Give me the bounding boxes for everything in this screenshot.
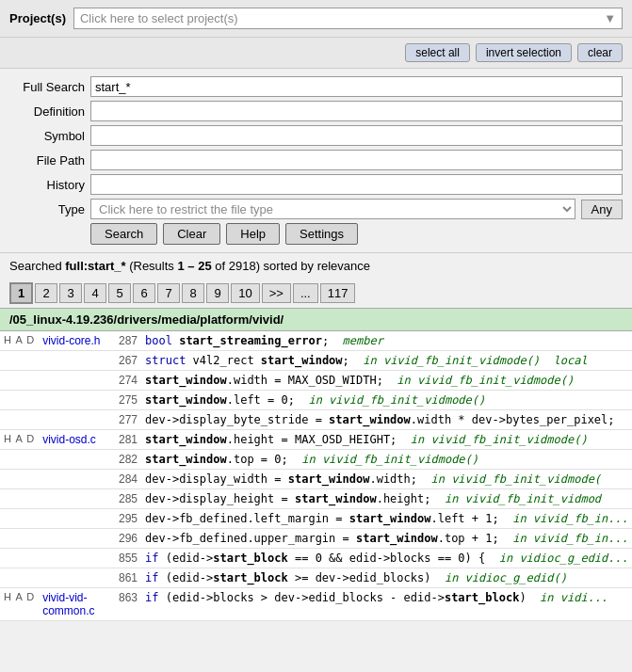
line-num-cell: 275 bbox=[112, 391, 141, 410]
file-cell bbox=[39, 351, 112, 371]
symbol-input[interactable] bbox=[90, 125, 623, 146]
table-row: H A D vivid-vid-common.c 863 if (edid->b… bbox=[0, 588, 632, 621]
action-bar: select all invert selection clear bbox=[0, 38, 632, 69]
page-8-button[interactable]: 8 bbox=[182, 283, 204, 303]
settings-button[interactable]: Settings bbox=[285, 223, 358, 245]
had-cell bbox=[0, 549, 39, 568]
page-4-button[interactable]: 4 bbox=[84, 283, 106, 303]
file-link[interactable]: vivid-vid-common.c bbox=[42, 591, 94, 617]
file-link[interactable]: vivid-osd.c bbox=[42, 433, 96, 446]
had-cell bbox=[0, 351, 39, 371]
table-row: 284 dev->display_width = start_window.wi… bbox=[0, 470, 632, 489]
page-ellipsis-button[interactable]: ... bbox=[293, 283, 318, 303]
results-table: H A D vivid-core.h 287 bool start_stream… bbox=[0, 331, 632, 621]
select-all-button[interactable]: select all bbox=[405, 43, 470, 62]
file-cell bbox=[39, 509, 112, 529]
table-row: 861 if (edid->start_block >= dev->edid_b… bbox=[0, 568, 632, 588]
page-10-button[interactable]: 10 bbox=[231, 283, 259, 303]
full-search-row: Full Search bbox=[9, 76, 623, 97]
had-cell bbox=[0, 489, 39, 509]
page-2-button[interactable]: 2 bbox=[35, 283, 57, 303]
file-cell[interactable]: vivid-osd.c bbox=[39, 430, 112, 450]
type-row: Type Click here to restrict the file typ… bbox=[9, 199, 623, 219]
code-cell: bool start_streaming_error; member bbox=[141, 331, 632, 351]
line-num-cell: 285 bbox=[112, 489, 141, 509]
dropdown-arrow-icon: ▼ bbox=[604, 11, 616, 25]
code-cell: dev->fb_defined.upper_margin = start_win… bbox=[141, 529, 632, 549]
page-next-button[interactable]: >> bbox=[262, 283, 291, 303]
table-row: 296 dev->fb_defined.upper_margin = start… bbox=[0, 529, 632, 549]
had-cell: H A D bbox=[0, 331, 39, 351]
page-1-button[interactable]: 1 bbox=[9, 282, 33, 304]
results-middle: (Results bbox=[126, 259, 178, 273]
page-3-button[interactable]: 3 bbox=[59, 283, 82, 303]
line-num-cell: 284 bbox=[112, 470, 141, 489]
directory-bar[interactable]: /05_linux-4.19.236/drivers/media/platfor… bbox=[0, 308, 632, 331]
page-last-button[interactable]: 117 bbox=[320, 283, 356, 303]
code-cell: start_window.top = 0; in vivid_fb_init_v… bbox=[141, 450, 632, 470]
page-5-button[interactable]: 5 bbox=[108, 283, 131, 303]
had-cell bbox=[0, 391, 39, 410]
definition-input[interactable] bbox=[90, 101, 623, 121]
history-row: History bbox=[9, 174, 623, 195]
line-num-cell: 861 bbox=[112, 568, 141, 588]
table-row: H A D vivid-osd.c 281 start_window.heigh… bbox=[0, 430, 632, 450]
invert-selection-button[interactable]: invert selection bbox=[476, 43, 572, 62]
code-cell: start_window.height = MAX_OSD_HEIGHT; in… bbox=[141, 430, 632, 450]
history-input[interactable] bbox=[90, 174, 623, 195]
results-range: 1 – 25 bbox=[177, 259, 211, 273]
file-cell bbox=[39, 489, 112, 509]
had-cell bbox=[0, 509, 39, 529]
symbol-label: Symbol bbox=[9, 129, 85, 143]
line-num-cell: 295 bbox=[112, 509, 141, 529]
filepath-input[interactable] bbox=[90, 150, 623, 170]
page-6-button[interactable]: 6 bbox=[133, 283, 155, 303]
project-bar: Project(s) Click here to select project(… bbox=[0, 0, 632, 38]
results-query: full:start_* bbox=[65, 259, 125, 273]
clear-button[interactable]: Clear bbox=[163, 223, 220, 245]
table-row: 275 start_window.left = 0; in vivid_fb_i… bbox=[0, 391, 632, 410]
had-cell bbox=[0, 450, 39, 470]
clear-selection-button[interactable]: clear bbox=[577, 43, 623, 62]
type-select[interactable]: Click here to restrict the file type bbox=[90, 199, 575, 219]
type-label: Type bbox=[9, 202, 85, 216]
file-link[interactable]: vivid-core.h bbox=[42, 334, 100, 347]
code-cell: dev->display_width = start_window.width;… bbox=[141, 470, 632, 489]
had-cell bbox=[0, 470, 39, 489]
table-row: 295 dev->fb_defined.left_margin = start_… bbox=[0, 509, 632, 529]
full-search-input[interactable] bbox=[90, 76, 623, 97]
history-label: History bbox=[9, 178, 85, 192]
results-suffix: ) sorted by relevance bbox=[256, 259, 370, 273]
project-placeholder: Click here to select project(s) bbox=[80, 11, 238, 25]
file-cell[interactable]: vivid-core.h bbox=[39, 331, 112, 351]
definition-label: Definition bbox=[9, 104, 85, 119]
had-cell bbox=[0, 568, 39, 588]
pagination: 1 2 3 4 5 6 7 8 9 10 >> ... 117 bbox=[0, 279, 632, 308]
page-7-button[interactable]: 7 bbox=[157, 283, 180, 303]
filepath-row: File Path bbox=[9, 150, 623, 170]
help-button[interactable]: Help bbox=[226, 223, 280, 245]
file-cell bbox=[39, 391, 112, 410]
table-row: 855 if (edid->start_block == 0 && edid->… bbox=[0, 549, 632, 568]
table-row: 282 start_window.top = 0; in vivid_fb_in… bbox=[0, 450, 632, 470]
table-row: 267 struct v4l2_rect start_window; in vi… bbox=[0, 351, 632, 371]
line-num-cell: 277 bbox=[112, 410, 141, 430]
code-cell: if (edid->blocks > dev->edid_blocks - ed… bbox=[141, 588, 632, 621]
file-cell bbox=[39, 371, 112, 391]
any-button[interactable]: Any bbox=[581, 200, 623, 219]
results-total: 2918 bbox=[229, 259, 256, 273]
file-cell bbox=[39, 549, 112, 568]
line-num-cell: 296 bbox=[112, 529, 141, 549]
had-cell: H A D bbox=[0, 430, 39, 450]
code-cell: if (edid->start_block >= dev->edid_block… bbox=[141, 568, 632, 588]
project-label: Project(s) bbox=[9, 11, 66, 25]
line-num-cell: 267 bbox=[112, 351, 141, 371]
page-9-button[interactable]: 9 bbox=[206, 283, 229, 303]
results-of: of bbox=[212, 259, 229, 273]
line-num-cell: 863 bbox=[112, 588, 141, 621]
file-cell[interactable]: vivid-vid-common.c bbox=[39, 588, 112, 621]
code-cell: struct v4l2_rect start_window; in vivid_… bbox=[141, 351, 632, 371]
search-button[interactable]: Search bbox=[90, 223, 157, 245]
had-cell bbox=[0, 529, 39, 549]
project-selector[interactable]: Click here to select project(s) ▼ bbox=[73, 8, 623, 29]
